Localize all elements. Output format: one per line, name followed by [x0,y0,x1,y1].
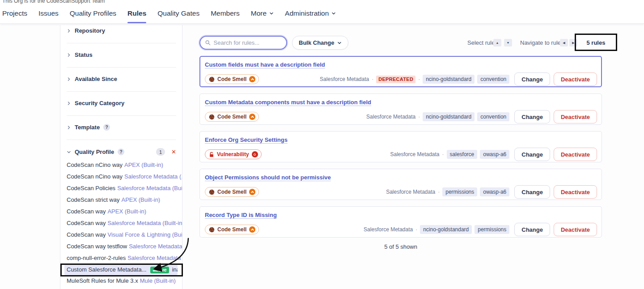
deactivate-button[interactable]: Deactivate [554,110,597,123]
quality-profile-item[interactable]: CodeScan strict wayAPEX (Built-in) [60,194,182,206]
deactivate-button[interactable]: Deactivate [554,148,597,161]
rules-count: 5 rules [575,39,617,46]
filter-header-template[interactable]: Template? [60,122,182,131]
chevron-down-icon [337,41,342,45]
profile-language: Salesforce Metadata (... [124,173,182,180]
nav-item-rules[interactable]: Rules [127,4,146,22]
filter-header-repository[interactable]: Repository [60,25,182,34]
rule-tag[interactable]: owasp-a6 [480,150,509,159]
rule-type-label: Vulnerability [217,151,249,157]
rule-type-badge: Code Smell [205,74,259,84]
nav-item-label: Administration [285,4,329,22]
deactivate-button[interactable]: Deactivate [554,223,597,236]
profile-name: CodeScan strict way [67,196,120,203]
change-button[interactable]: Change [514,223,550,236]
select-rule-up-button[interactable]: ▲ [493,39,501,47]
help-icon[interactable]: ? [118,149,124,155]
deactivate-button[interactable]: Deactivate [554,72,597,86]
rule-type-label: Code Smell [217,114,246,120]
inactive-label[interactable]: inactive [172,264,178,275]
clear-filter-icon[interactable]: ✕ [171,149,176,155]
rule-tag[interactable]: convention [477,112,509,121]
profile-language: APEX (Built-in) [124,162,163,168]
rule-tag[interactable]: salesforce [447,150,478,159]
rule-title-link[interactable]: Custom Metadata components must have a d… [205,99,371,106]
quality-profile-item[interactable]: CodeScan waySalesforce Metadata (Built-i… [60,217,182,229]
rule-meta-row: Code SmellSalesforce Metadata·ncino-gold… [205,223,597,236]
quality-profile-item[interactable]: comp-null-error-2-rulesSalesforce Metada… [60,252,182,264]
help-icon[interactable]: ? [103,124,110,131]
rule-tag[interactable]: convention [477,75,509,84]
divider [67,43,176,43]
chevron-right-icon [67,29,71,33]
filter-section-repository: Repository [60,25,182,49]
nav-item-quality-gates[interactable]: Quality Gates [157,4,199,22]
chevron-right-icon [67,53,71,57]
lock-icon [209,152,214,157]
rule-meta: Salesforce Metadata·ncino-goldstandardpe… [364,225,509,234]
quality-profile-item[interactable]: CodeScan way testflowSalesforce Metadata [60,241,182,252]
nav-item-projects[interactable]: Projects [2,4,27,22]
filter-header-security-category[interactable]: Security Category [60,98,182,106]
profile-language: APEX (Built-in) [107,208,146,215]
chevron-right-icon [67,101,71,106]
divider [67,140,176,140]
nav-item-label: Projects [2,4,27,22]
nav-item-administration[interactable]: Administration [285,4,336,22]
filter-section-status: Status [60,49,182,73]
rule-title-link[interactable]: Enforce Org Security Settings [205,136,288,143]
rule-tag[interactable]: ncino-goldstandard [423,112,475,121]
rule-type-label: Code Smell [217,189,246,195]
select-rule-down-button[interactable]: ▼ [504,39,512,47]
change-button[interactable]: Change [514,148,550,161]
nav-item-members[interactable]: Members [211,4,240,22]
filter-header-status[interactable]: Status [60,49,182,58]
navigate-prev-button[interactable]: ◀ [560,39,568,47]
change-button[interactable]: Change [514,72,550,86]
filter-label: Quality Profile [75,149,114,155]
filter-header-available-since[interactable]: Available Since [60,73,182,82]
top-nav: ProjectsIssuesQuality ProfilesRulesQuali… [2,4,347,22]
rule-title-link[interactable]: Record Type ID is Missing [205,212,277,218]
filter-header-quality-profile[interactable]: Quality Profile?1✕ [60,146,182,156]
quality-profile-item[interactable]: CodeScan wayAPEX (Built-in) [60,206,182,217]
rule-tag[interactable]: owasp-a6 [480,187,509,196]
shown-footer: 5 of 5 shown [199,243,602,250]
active-badge: active [150,267,169,273]
quality-profile-item[interactable]: CodeScan PoliciesSalesforce Metadata (Bu… [60,183,182,194]
chevron-down-icon [269,11,274,16]
nav-item-issues[interactable]: Issues [38,4,59,22]
quality-profile-item[interactable]: CodeScan nCino waySalesforce Metadata (.… [60,171,182,183]
chevron-right-icon [67,101,71,106]
change-button[interactable]: Change [514,110,550,123]
rule-title-link[interactable]: Object Permissions should not be permiss… [205,174,331,181]
dot-separator: · [418,114,420,120]
rule-language: Salesforce Metadata [320,76,369,82]
rule-card: Enforce Org Security SettingsVulnerabili… [199,131,602,162]
rule-tag[interactable]: ncino-goldstandard [423,75,475,84]
rule-language: Salesforce Metadata [366,114,415,120]
profile-language: Salesforce Metadata [127,255,181,261]
quality-profile-item[interactable]: CodeScan nCino wayAPEX (Built-in) [60,159,182,171]
rule-tag[interactable]: permissions [475,225,509,234]
nav-item-more[interactable]: More [251,4,274,22]
quality-profile-item-selected[interactable]: Custom Salesforce Metadata...activeinact… [64,264,178,275]
filter-label: Security Category [75,100,124,106]
filter-sections: Repository Status Available Since Securi… [60,25,182,158]
search-input[interactable] [214,39,281,46]
quality-profile-item[interactable]: CodeScan wayVisual Force & Lightning (Bu… [60,229,182,241]
rule-tag[interactable]: permissions [442,187,477,196]
bulk-change-button[interactable]: Bulk Change [292,36,348,50]
rule-meta-row: VulnerabilitySalesforce Metadata·salesfo… [205,148,597,161]
code-smell-icon [209,76,215,82]
quality-profile-item[interactable]: MuleSoft Rules for Mule 3.xMule (Built-i… [60,275,182,287]
profile-language: Visual Force & Lightning (Buil... [107,231,182,238]
rule-title-link[interactable]: Custom fields must have a description fi… [205,61,325,68]
change-button[interactable]: Change [514,185,550,199]
nav-item-quality-profiles[interactable]: Quality Profiles [70,4,116,22]
rule-meta: Salesforce Metadata·salesforceowasp-a6 [390,150,509,159]
rule-type-badge: Code Smell [205,225,259,234]
deactivate-button[interactable]: Deactivate [554,185,597,199]
severity-icon [249,114,255,120]
rule-tag[interactable]: ncino-goldstandard [420,225,472,234]
